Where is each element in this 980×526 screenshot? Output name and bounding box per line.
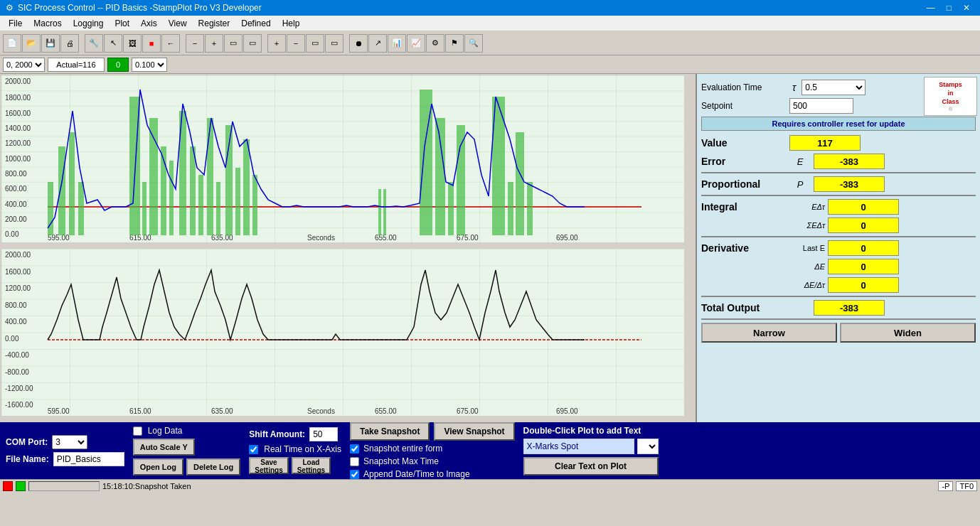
tb-tool1[interactable]: 🔧 bbox=[85, 34, 103, 53]
svg-text:400.00: 400.00 bbox=[5, 318, 27, 326]
com-port-select[interactable]: 3 bbox=[52, 435, 87, 449]
menu-defined[interactable]: Defined bbox=[235, 17, 276, 30]
integral-label: Integral bbox=[701, 201, 787, 213]
plot-text-input[interactable] bbox=[523, 439, 634, 454]
error-symbol: E bbox=[789, 156, 811, 167]
log-data-checkbox[interactable] bbox=[133, 426, 142, 436]
save-settings-button[interactable]: Save Settings bbox=[249, 457, 288, 474]
snapshot-entire-row: Snapshot entire form bbox=[350, 444, 515, 453]
append-datetime-checkbox[interactable] bbox=[350, 470, 359, 479]
title-bar: ⚙ SIC Process Control -- PID Basics -Sta… bbox=[0, 0, 980, 16]
auto-scale-button[interactable]: Auto Scale Y bbox=[133, 439, 195, 456]
svg-text:695.00: 695.00 bbox=[556, 407, 578, 415]
svg-rect-39 bbox=[378, 189, 381, 235]
logo-area: StampsinClass ® bbox=[924, 77, 977, 116]
integral-symbol2: ΣEΔτ bbox=[789, 221, 825, 230]
tb-plus[interactable]: + bbox=[205, 34, 223, 53]
tb-save[interactable]: 💾 bbox=[41, 34, 60, 53]
bottom-chart-container[interactable]: 2000.00 1600.00 1200.00 800.00 400.00 0.… bbox=[1, 249, 694, 421]
load-settings-button[interactable]: Load Settings bbox=[292, 457, 331, 474]
svg-text:0.00: 0.00 bbox=[5, 335, 19, 343]
svg-text:-800.00: -800.00 bbox=[5, 368, 29, 376]
snapshot-entire-checkbox[interactable] bbox=[350, 444, 359, 453]
snapshot-section: Take Snapshot View Snapshot Snapshot ent… bbox=[350, 422, 515, 479]
top-chart-container[interactable]: 2000.00 1800.00 1600.00 1400.00 1200.00 … bbox=[1, 75, 694, 247]
tb-cursor[interactable]: ↗ bbox=[368, 34, 387, 53]
snapshot-max-time-checkbox[interactable] bbox=[350, 457, 359, 466]
tb-open[interactable]: 📂 bbox=[22, 34, 41, 53]
minimize-button[interactable]: — bbox=[922, 3, 939, 13]
svg-rect-22 bbox=[58, 146, 65, 235]
maximize-button[interactable]: □ bbox=[942, 3, 956, 13]
tb-zoom-plus[interactable]: + bbox=[267, 34, 286, 53]
double-click-label: Double-Click Plot to add Text bbox=[523, 426, 659, 436]
widen-button[interactable]: Widen bbox=[840, 323, 976, 343]
font-select[interactable] bbox=[637, 439, 659, 454]
snapshot-max-time-row: Snapshot Max Time bbox=[350, 456, 515, 466]
menu-bar: File Macros Logging Plot Axis View Regis… bbox=[0, 16, 980, 31]
tb-settings[interactable]: ⚙ bbox=[426, 34, 444, 53]
tb-box2[interactable]: ▭ bbox=[243, 34, 262, 53]
integral-display1: 0 bbox=[828, 199, 899, 215]
tb-tool2[interactable]: ↖ bbox=[104, 34, 122, 53]
menu-register[interactable]: Register bbox=[193, 17, 236, 30]
tb-tool3[interactable]: 🖼 bbox=[123, 34, 142, 53]
range-select[interactable]: 0, 2000 bbox=[3, 58, 45, 72]
svg-rect-42 bbox=[435, 118, 445, 235]
eval-time-select[interactable]: 0.5 bbox=[801, 80, 866, 95]
svg-text:1800.00: 1800.00 bbox=[5, 94, 31, 102]
svg-text:655.00: 655.00 bbox=[375, 407, 397, 415]
log-section: Log Data Auto Scale Y Open Log Delete Lo… bbox=[133, 426, 241, 476]
clear-text-button[interactable]: Clear Text on Plot bbox=[523, 457, 659, 476]
menu-plot[interactable]: Plot bbox=[109, 17, 135, 30]
svg-text:200.00: 200.00 bbox=[5, 215, 27, 223]
total-output-label: Total Output bbox=[701, 302, 787, 313]
svg-rect-40 bbox=[383, 189, 386, 235]
view-snapshot-button[interactable]: View Snapshot bbox=[434, 422, 514, 441]
tb-zoom-box[interactable]: ▭ bbox=[306, 34, 324, 53]
tb-print[interactable]: 🖨 bbox=[60, 34, 79, 53]
menu-file[interactable]: File bbox=[3, 17, 28, 30]
tb-stop[interactable]: ■ bbox=[142, 34, 161, 53]
tb-zoom-box2[interactable]: ▭ bbox=[325, 34, 343, 53]
value-display: 117 bbox=[789, 135, 861, 151]
speed-select[interactable]: 0.100 bbox=[132, 58, 167, 72]
tb-minus[interactable]: − bbox=[186, 34, 204, 53]
real-time-checkbox[interactable] bbox=[249, 445, 258, 454]
menu-help[interactable]: Help bbox=[277, 17, 306, 30]
shift-amount-input[interactable] bbox=[309, 427, 338, 441]
svg-text:595.00: 595.00 bbox=[48, 407, 70, 415]
setpoint-input[interactable] bbox=[789, 98, 853, 114]
svg-text:Seconds: Seconds bbox=[307, 234, 335, 242]
menu-macros[interactable]: Macros bbox=[28, 17, 67, 30]
shift-amount-label: Shift Amount: bbox=[249, 429, 305, 439]
tb-new[interactable]: 📄 bbox=[3, 34, 21, 53]
append-datetime-label: Append Date/Time to Image bbox=[363, 469, 470, 479]
svg-text:-1200.00: -1200.00 bbox=[5, 385, 33, 392]
svg-text:635.00: 635.00 bbox=[211, 407, 233, 415]
tb-chart2[interactable]: 📈 bbox=[407, 34, 425, 53]
svg-text:-400.00: -400.00 bbox=[5, 351, 29, 359]
app-icon: ⚙ bbox=[6, 3, 14, 13]
tb-search[interactable]: 🔍 bbox=[464, 34, 483, 53]
tb-zoom-minus[interactable]: − bbox=[287, 34, 305, 53]
open-log-button[interactable]: Open Log bbox=[133, 458, 183, 476]
take-snapshot-button[interactable]: Take Snapshot bbox=[350, 422, 430, 441]
tb-record[interactable]: ⏺ bbox=[349, 34, 368, 53]
svg-rect-31 bbox=[190, 146, 196, 235]
menu-axis[interactable]: Axis bbox=[135, 17, 163, 30]
menu-logging[interactable]: Logging bbox=[68, 17, 110, 30]
tb-box1[interactable]: ▭ bbox=[224, 34, 243, 53]
delete-log-button[interactable]: Delete Log bbox=[186, 458, 240, 476]
svg-rect-23 bbox=[69, 132, 75, 235]
file-name-input[interactable] bbox=[53, 452, 124, 466]
narrow-button[interactable]: Narrow bbox=[701, 323, 837, 343]
close-button[interactable]: ✕ bbox=[959, 3, 974, 13]
tb-flag[interactable]: ⚑ bbox=[445, 34, 464, 53]
tb-back[interactable]: ← bbox=[161, 34, 180, 53]
svg-text:1200.00: 1200.00 bbox=[5, 139, 31, 147]
tb-chart[interactable]: 📊 bbox=[388, 34, 406, 53]
reset-notice: Requires controller reset for update bbox=[701, 117, 976, 131]
menu-view[interactable]: View bbox=[163, 17, 193, 30]
actual-display: Actual=116 bbox=[48, 58, 105, 72]
